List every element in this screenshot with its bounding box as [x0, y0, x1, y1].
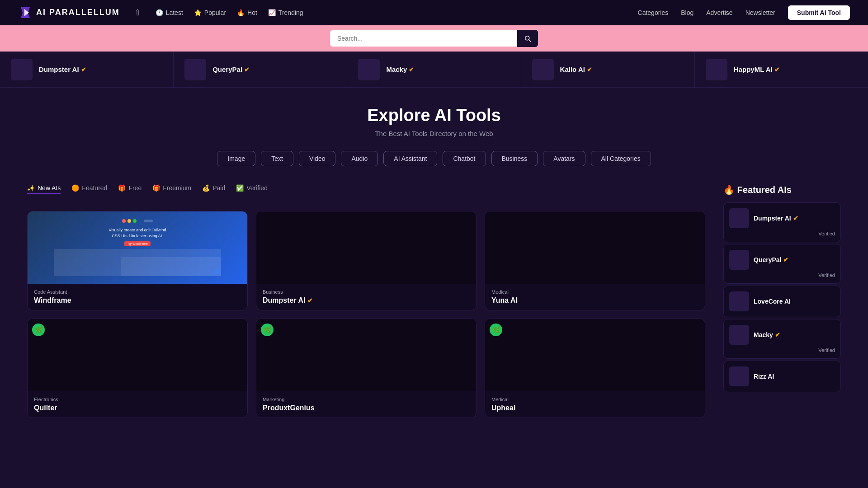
featured-item-1[interactable]: QueryPal ✔ Verified: [723, 244, 841, 284]
fi-thumb-1: [729, 250, 749, 270]
featured-sidebar-title: 🔥 Featured AIs: [723, 184, 841, 195]
featured-item-3[interactable]: Macky ✔ Verified: [723, 319, 841, 359]
popular-icon: ⭐: [194, 9, 202, 16]
fi-thumb-2: [729, 291, 749, 311]
filter-tab-new[interactable]: ✨ New AIs: [27, 184, 61, 194]
featured-tab-icon: 🟠: [71, 184, 79, 192]
nav-right: Categories Blog Advertise Newsletter Sub…: [638, 5, 850, 20]
tool-card-body-yuna-ai: Medical Yuna AI: [485, 284, 705, 310]
nav-advertise[interactable]: Advertise: [706, 9, 732, 16]
filter-tab-verified[interactable]: ✅ Verified: [236, 184, 268, 194]
share-icon[interactable]: ⇧: [134, 8, 141, 18]
tab-hot[interactable]: 🔥 Hot: [237, 7, 257, 18]
search-button[interactable]: [517, 30, 538, 47]
banner-item-0[interactable]: Dumpster AI ✔: [0, 52, 174, 87]
filter-tab-free[interactable]: 🎁 Free: [118, 184, 142, 194]
tool-card-upheal[interactable]: 🌿 Medical Upheal: [485, 319, 705, 418]
search-input[interactable]: [330, 30, 517, 47]
fi-status-1: Verified: [729, 272, 835, 278]
pill-chatbot[interactable]: Chatbot: [443, 151, 486, 166]
pill-business[interactable]: Business: [491, 151, 538, 166]
fi-verified-badge-3: ✔: [775, 331, 780, 338]
tool-thumb-yuna-ai: [485, 211, 705, 284]
pill-avatars[interactable]: Avatars: [543, 151, 585, 166]
category-pills: Image Text Video Audio AI Assistant Chat…: [27, 151, 841, 166]
fi-name-4: Rizz AI: [754, 373, 774, 380]
fi-name-1: QueryPal ✔: [754, 256, 788, 263]
fi-name-0: Dumpster AI ✔: [754, 215, 798, 222]
content-area: ✨ New AIs 🟠 Featured 🎁 Free 🎁 Freemium 💰: [27, 184, 841, 418]
windframe-preview-screenshot: [54, 249, 221, 276]
banner-item-1[interactable]: QueryPal ✔: [174, 52, 347, 87]
fi-status-0: Verified: [729, 231, 835, 236]
verified-tab-icon: ✅: [236, 184, 244, 192]
tool-card-yuna-ai[interactable]: Medical Yuna AI: [485, 211, 705, 310]
banner-name-0: Dumpster AI ✔: [39, 66, 86, 73]
search-container: [330, 30, 538, 47]
tool-card-windframe[interactable]: Visually create and edit TailwindCSS UIs…: [27, 211, 248, 310]
nav-blog[interactable]: Blog: [681, 9, 693, 16]
tool-card-quilter[interactable]: 🌿 Electronics Quilter: [27, 319, 248, 418]
tab-latest[interactable]: 🕐 Latest: [156, 7, 183, 18]
pill-video[interactable]: Video: [299, 151, 336, 166]
submit-ai-tool-button[interactable]: Submit AI Tool: [788, 5, 850, 20]
tab-popular[interactable]: ⭐ Popular: [194, 7, 226, 18]
tool-category-produxtgenius: Marketing: [263, 397, 470, 402]
pill-ai-assistant[interactable]: AI Assistant: [383, 151, 437, 166]
tool-thumb-quilter: 🌿: [28, 319, 247, 391]
site-name: AI PARALLELLUM: [36, 8, 120, 17]
tool-thumb-produxtgenius: 🌿: [256, 319, 476, 391]
tool-name-dumpster-ai: Dumpster AI ✔: [263, 296, 470, 305]
tool-category-quilter: Electronics: [34, 397, 241, 402]
filter-tab-freemium[interactable]: 🎁 Freemium: [152, 184, 191, 194]
tool-thumb-windframe: Visually create and edit TailwindCSS UIs…: [28, 211, 247, 284]
nav-newsletter[interactable]: Newsletter: [745, 9, 775, 16]
tool-name-yuna-ai: Yuna AI: [491, 296, 698, 305]
pill-text[interactable]: Text: [261, 151, 293, 166]
banner-thumb-2: [358, 59, 380, 80]
fi-thumb-0: [729, 208, 749, 228]
fi-verified-badge-1: ✔: [783, 256, 788, 263]
tool-card-dumpster-ai[interactable]: Business Dumpster AI ✔: [256, 211, 476, 310]
fi-thumb-3: [729, 325, 749, 345]
filter-tab-paid[interactable]: 💰 Paid: [202, 184, 225, 194]
featured-item-top-2: LoveCore AI: [729, 291, 835, 311]
pill-image[interactable]: Image: [217, 151, 255, 166]
verified-badge-1: ✔: [244, 66, 250, 73]
nav-left: AI PARALLELLUM ⇧ 🕐 Latest ⭐ Popular 🔥 Ho…: [18, 5, 303, 20]
verified-badge-0: ✔: [81, 66, 86, 73]
search-bar-section: [0, 25, 868, 52]
tab-trending[interactable]: 📈 Trending: [268, 7, 303, 18]
filter-tab-featured[interactable]: 🟠 Featured: [71, 184, 107, 194]
featured-item-4[interactable]: Rizz AI: [723, 361, 841, 392]
banner-item-3[interactable]: Kallo AI ✔: [521, 52, 695, 87]
banner-item-4[interactable]: HappyML AI ✔: [695, 52, 868, 87]
left-section: ✨ New AIs 🟠 Featured 🎁 Free 🎁 Freemium 💰: [27, 184, 705, 418]
tool-category-windframe: Code Assistant: [34, 289, 241, 295]
fi-verified-badge-0: ✔: [793, 215, 798, 222]
featured-banner: Dumpster AI ✔ QueryPal ✔ Macky ✔ Kallo A…: [0, 52, 868, 88]
windframe-preview-text: Visually create and edit TailwindCSS UIs…: [108, 227, 166, 239]
new-badge-upheal: 🌿: [490, 324, 502, 336]
paid-tab-icon: 💰: [202, 184, 210, 192]
windframe-preview-btn: Try Windframe: [124, 241, 151, 246]
pill-all-categories[interactable]: All Categories: [591, 151, 651, 166]
banner-item-2[interactable]: Macky ✔: [347, 52, 521, 87]
tool-card-body-upheal: Medical Upheal: [485, 391, 705, 418]
banner-name-3: Kallo AI ✔: [560, 66, 592, 73]
featured-item-0[interactable]: Dumpster AI ✔ Verified: [723, 202, 841, 242]
fi-thumb-4: [729, 366, 749, 386]
new-tab-icon: ✨: [27, 184, 35, 192]
filter-tabs: ✨ New AIs 🟠 Featured 🎁 Free 🎁 Freemium 💰: [27, 184, 705, 200]
tool-category-dumpster-ai: Business: [263, 289, 470, 295]
banner-thumb-1: [184, 59, 206, 80]
pill-audio[interactable]: Audio: [341, 151, 378, 166]
nav-categories[interactable]: Categories: [638, 9, 669, 16]
dumpster-ai-verified-icon: ✔: [307, 297, 313, 304]
featured-item-2[interactable]: LoveCore AI: [723, 286, 841, 317]
featured-item-top-1: QueryPal ✔: [729, 250, 835, 270]
logo[interactable]: AI PARALLELLUM: [18, 5, 120, 20]
tool-card-produxtgenius[interactable]: 🌿 Marketing ProduxtGenius: [256, 319, 476, 418]
latest-icon: 🕐: [156, 9, 163, 16]
tool-card-body-produxtgenius: Marketing ProduxtGenius: [256, 391, 476, 418]
